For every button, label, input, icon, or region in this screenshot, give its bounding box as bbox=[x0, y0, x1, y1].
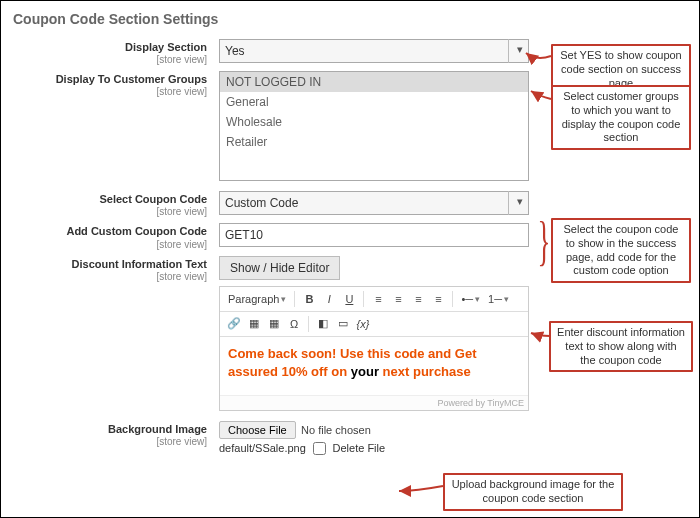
editor-content[interactable]: Come back soon! Use this code and Get as… bbox=[220, 337, 528, 395]
label-discount-info: Discount Information Text bbox=[13, 258, 207, 271]
special-char-icon[interactable]: Ω bbox=[284, 314, 304, 334]
option-not-logged-in[interactable]: NOT LOGGED IN bbox=[220, 72, 528, 92]
scope-label: [store view] bbox=[13, 436, 207, 447]
align-right-icon[interactable]: ≡ bbox=[408, 289, 428, 309]
label-add-custom: Add Custom Coupon Code bbox=[13, 225, 207, 238]
widget-icon[interactable]: ◧ bbox=[313, 314, 333, 334]
editor-toolbar-2: 🔗 ▦ ▦ Ω ◧ ▭ {x} bbox=[220, 312, 528, 337]
label-select-coupon: Select Coupon Code bbox=[13, 193, 207, 206]
delete-file-label: Delete File bbox=[333, 442, 386, 454]
no-file-label: No file chosen bbox=[301, 424, 371, 436]
italic-icon[interactable]: I bbox=[319, 289, 339, 309]
page-title: Coupon Code Section Settings bbox=[13, 11, 687, 27]
label-bg-image: Background Image bbox=[13, 423, 207, 436]
editor-toolbar: Paragraph B I U ≡ ≡ ≡ ≡ •─ 1─ bbox=[220, 287, 528, 312]
editor-text-suffix: next purchase bbox=[379, 364, 471, 379]
custom-coupon-input[interactable] bbox=[219, 223, 529, 247]
media-icon[interactable]: ▭ bbox=[333, 314, 353, 334]
option-wholesale[interactable]: Wholesale bbox=[220, 112, 528, 132]
callout-customer-groups: Select customer groups to which you want… bbox=[551, 85, 691, 150]
align-justify-icon[interactable]: ≡ bbox=[428, 289, 448, 309]
option-retailer[interactable]: Retailer bbox=[220, 132, 528, 152]
paragraph-select[interactable]: Paragraph bbox=[224, 289, 290, 309]
display-section-select[interactable]: Yes bbox=[219, 39, 529, 63]
toggle-editor-button[interactable]: Show / Hide Editor bbox=[219, 256, 340, 280]
align-center-icon[interactable]: ≡ bbox=[388, 289, 408, 309]
label-display-section: Display Section bbox=[13, 41, 207, 54]
customer-groups-multiselect[interactable]: NOT LOGGED IN General Wholesale Retailer bbox=[219, 71, 529, 181]
scope-label: [store view] bbox=[13, 206, 207, 217]
choose-file-button[interactable]: Choose File bbox=[219, 421, 296, 439]
label-customer-groups: Display To Customer Groups bbox=[13, 73, 207, 86]
callout-bg-image: Upload background image for the coupon c… bbox=[443, 473, 623, 511]
bold-icon[interactable]: B bbox=[299, 289, 319, 309]
align-left-icon[interactable]: ≡ bbox=[368, 289, 388, 309]
scope-label: [store view] bbox=[13, 86, 207, 97]
scope-label: [store view] bbox=[13, 271, 207, 282]
scope-label: [store view] bbox=[13, 54, 207, 65]
table-icon[interactable]: ▦ bbox=[264, 314, 284, 334]
underline-icon[interactable]: U bbox=[339, 289, 359, 309]
rich-text-editor: Paragraph B I U ≡ ≡ ≡ ≡ •─ 1─ 🔗 ▦ bbox=[219, 286, 529, 411]
number-list-icon[interactable]: 1─ bbox=[484, 289, 513, 309]
delete-file-checkbox[interactable] bbox=[313, 442, 326, 455]
editor-footer: Powered by TinyMCE bbox=[220, 395, 528, 410]
callout-select-coupon: Select the coupon code to show in the su… bbox=[551, 218, 691, 283]
current-file-name: default/SSale.png bbox=[219, 442, 306, 454]
link-icon[interactable]: 🔗 bbox=[224, 314, 244, 334]
scope-label: [store view] bbox=[13, 239, 207, 250]
select-coupon-select[interactable]: Custom Code bbox=[219, 191, 529, 215]
image-icon[interactable]: ▦ bbox=[244, 314, 264, 334]
callout-discount-text: Enter discount information text to show … bbox=[549, 321, 693, 372]
brace-icon: } bbox=[537, 220, 550, 263]
bullet-list-icon[interactable]: •─ bbox=[457, 289, 484, 309]
editor-text-bold: your bbox=[351, 364, 379, 379]
option-general[interactable]: General bbox=[220, 92, 528, 112]
variable-icon[interactable]: {x} bbox=[353, 314, 373, 334]
